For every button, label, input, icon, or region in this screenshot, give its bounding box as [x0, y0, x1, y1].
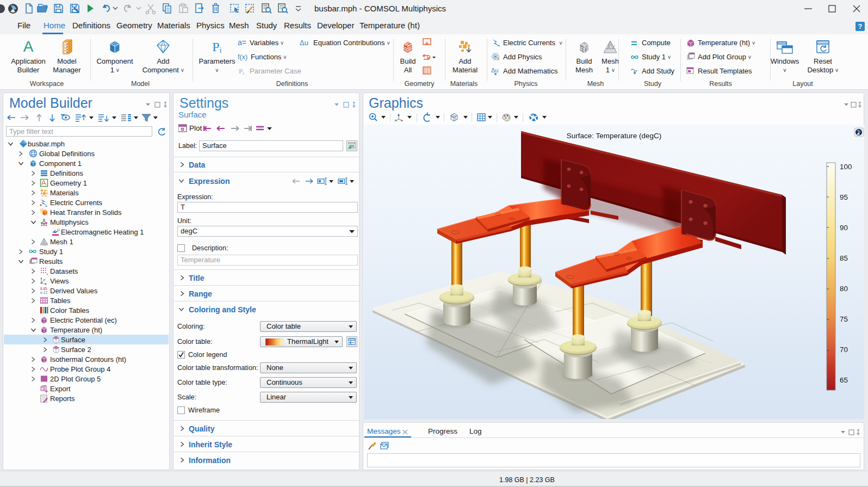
- svg-text:Δu: Δu: [300, 39, 308, 47]
- svg-text:65: 65: [840, 376, 848, 384]
- svg-text:85: 85: [840, 254, 848, 262]
- svg-text:Δu: Δu: [491, 67, 498, 73]
- svg-text:Pi: Pi: [239, 67, 244, 75]
- svg-text:100: 100: [840, 163, 852, 171]
- svg-text:Pi: Pi: [212, 40, 222, 54]
- svg-text:70: 70: [840, 346, 848, 354]
- svg-text:Plot: Plot: [189, 124, 202, 132]
- svg-text:f(x): f(x): [238, 53, 247, 61]
- svg-text:90: 90: [840, 224, 848, 232]
- svg-text:95: 95: [840, 193, 848, 201]
- svg-text:75: 75: [840, 315, 848, 323]
- svg-text:80: 80: [840, 285, 848, 293]
- svg-text:a=: a=: [238, 39, 246, 47]
- svg-text:e-12: e-12: [40, 291, 47, 294]
- svg-text:8.85: 8.85: [40, 287, 47, 291]
- svg-text:Surface: Temperature (degC): Surface: Temperature (degC): [567, 132, 662, 140]
- svg-text:A: A: [23, 39, 34, 55]
